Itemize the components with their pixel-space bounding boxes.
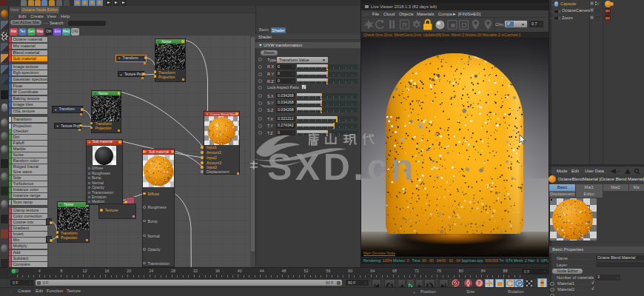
svg-text:R: R (403, 21, 408, 29)
svg-text:P: P (517, 280, 521, 286)
